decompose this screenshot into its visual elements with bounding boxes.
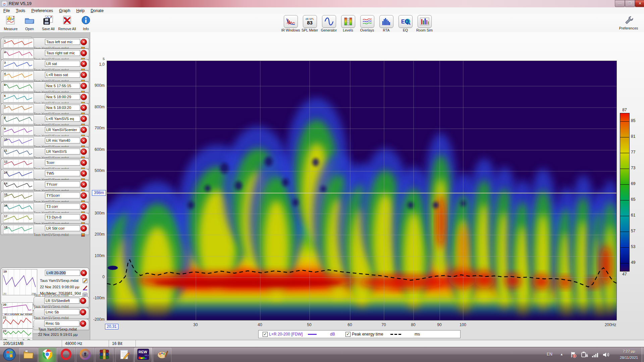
measurement-thumbnail[interactable]: 21 <box>2 315 33 328</box>
measurement-thumbnail[interactable]: 10 <box>3 137 34 146</box>
measurement-name-field[interactable]: LR SVSbedleft <box>44 298 79 304</box>
taskbar-winrar[interactable] <box>95 348 113 362</box>
delete-measurement-button[interactable]: ✕ <box>80 83 87 89</box>
eq-button[interactable]: EQEQ <box>396 15 415 32</box>
volume-icon[interactable] <box>602 351 611 359</box>
measurement-name-field[interactable]: Νοε 5 18:03:20 <box>45 105 80 111</box>
measurement-name-field[interactable]: Taus right sat mic <box>45 50 80 56</box>
tray-expand-icon[interactable]: ▲ <box>560 353 563 356</box>
taskbar-explorer[interactable] <box>19 348 38 362</box>
measurement-name-field[interactable]: L+R YamSVS eq <box>45 116 80 122</box>
measurement-thumbnail[interactable]: 20 <box>2 302 33 314</box>
delete-measurement-button[interactable]: ✕ <box>80 116 87 122</box>
measurement-thumbnail[interactable]: 11 <box>3 148 34 157</box>
delete-measurement-button[interactable]: ✕ <box>80 105 87 111</box>
measurement-name-field[interactable]: LR mic Yam40 <box>45 137 80 143</box>
overlays-button[interactable]: Overlays <box>358 15 377 32</box>
network-icon[interactable] <box>591 351 599 359</box>
delete-measurement-button[interactable]: ✕ <box>80 137 87 144</box>
measurement-thumbnail[interactable]: 5 <box>3 82 34 92</box>
delete-measurement-button[interactable]: ✕ <box>80 270 87 276</box>
delete-measurement-button[interactable]: ✕ <box>80 309 86 315</box>
measurement-name-field[interactable]: Taus left sat mic <box>45 39 80 45</box>
measurement-thumbnail[interactable]: 2 <box>3 50 34 59</box>
minimize-button[interactable]: — <box>615 0 625 7</box>
generator-button[interactable]: Generator <box>319 15 338 32</box>
delete-measurement-button[interactable]: ✕ <box>80 160 87 166</box>
menu-item-file[interactable]: File <box>3 8 10 13</box>
measurement-name-field[interactable]: TYcorr <box>45 181 80 187</box>
measurement-name-field[interactable]: LR Sbl corr <box>45 225 80 231</box>
preferences-button[interactable]: Preferences <box>616 15 641 30</box>
spl-meter-button[interactable]: dB SPL83SPL Meter <box>300 15 319 32</box>
measurement-thumbnail[interactable]: 1920200 <box>2 269 37 295</box>
info-button[interactable]: Info <box>76 15 95 31</box>
delete-measurement-button[interactable]: ✕ <box>80 94 87 100</box>
measurement-thumbnail[interactable]: 6 <box>3 94 34 103</box>
delete-measurement-button[interactable]: ✕ <box>80 148 87 155</box>
measurement-name-field[interactable]: LR sat <box>45 61 80 67</box>
ir-windows-button[interactable]: IR Windows <box>281 15 300 32</box>
levels-button[interactable]: 0369Levels <box>338 15 358 32</box>
measurement-thumbnail[interactable]: 22 <box>2 328 33 339</box>
power-icon[interactable] <box>581 351 588 359</box>
measurement-name-field[interactable]: LR YamSVS <box>45 148 80 155</box>
taskbar-paint[interactable] <box>153 348 171 362</box>
measurement-thumbnail[interactable]: 18 <box>3 225 34 234</box>
delete-measurement-button[interactable]: ✕ <box>80 203 87 210</box>
clock[interactable]: 7:27 μμ 28/11/2021 <box>616 348 641 361</box>
taskbar-chrome[interactable] <box>38 348 56 362</box>
measurement-name-field[interactable]: Νοε 5 18:00:29 <box>45 94 80 100</box>
measurement-thumbnail[interactable]: 1 <box>3 39 34 48</box>
delete-measurement-button[interactable]: ✕ <box>80 50 87 56</box>
menu-item-graph[interactable]: Graph <box>59 8 70 13</box>
delete-measurement-button[interactable]: ✕ <box>80 170 87 177</box>
measurement-name-field[interactable]: LR YamSVScenter <box>45 127 80 133</box>
measurement-name-field[interactable]: TYScorr <box>45 192 80 198</box>
taskbar-secure-browser[interactable] <box>76 348 94 362</box>
delete-measurement-button[interactable]: ✕ <box>80 61 87 67</box>
language-indicator[interactable]: EN <box>547 352 552 357</box>
measurement-thumbnail[interactable]: 17 <box>3 214 34 223</box>
measurement-name-field[interactable]: TW5 <box>45 170 80 176</box>
measurement-thumbnail[interactable]: 7 <box>3 104 34 113</box>
show-desktop-button[interactable] <box>642 347 644 362</box>
measurement-name-field[interactable]: L+R 20-200 <box>45 270 80 276</box>
save-all-button[interactable]: Save All <box>39 15 58 31</box>
measurement-thumbnail[interactable]: 9 <box>3 126 34 135</box>
measurement-thumbnail[interactable]: 12 <box>3 159 34 168</box>
rta-button[interactable]: RTA <box>377 15 396 32</box>
measurement-name-field[interactable]: T3 corr <box>45 203 80 209</box>
delete-measurement-button[interactable]: ✕ <box>80 214 87 221</box>
measurement-thumbnail[interactable]: 8 <box>3 115 34 124</box>
taskbar-opera[interactable] <box>57 348 75 362</box>
action-center-icon[interactable] <box>570 351 577 359</box>
measurement-thumbnail[interactable]: 3 <box>3 60 34 69</box>
room-sim-button[interactable]: Room Sim <box>415 15 434 32</box>
start-button[interactable] <box>3 348 16 362</box>
menu-item-help[interactable]: Help <box>76 8 85 13</box>
maximize-button[interactable]: ❐ <box>625 0 635 7</box>
delete-measurement-button[interactable]: ✕ <box>80 192 87 199</box>
close-button[interactable]: ✕ <box>635 0 644 7</box>
delete-measurement-button[interactable]: ✕ <box>80 320 86 327</box>
measurement-name-field[interactable]: L+R bass sat <box>45 72 80 78</box>
series1-checkbox[interactable]: ✓ <box>263 332 268 337</box>
measurement-name-field[interactable]: Lmic Sb <box>44 309 79 315</box>
measurement-name-field[interactable]: T3 Dyn-8 <box>45 214 80 220</box>
menu-item-preferences[interactable]: Preferences <box>31 8 53 13</box>
menu-item-tools[interactable]: Tools <box>16 8 25 13</box>
taskbar-notepad[interactable] <box>115 348 133 362</box>
trace-colour-icon[interactable] <box>83 285 88 290</box>
measurement-name-field[interactable]: Tcorr <box>45 160 80 166</box>
delete-measurement-button[interactable]: ✕ <box>80 39 87 45</box>
series2-checkbox[interactable]: ✓ <box>345 332 351 337</box>
menu-item-donate[interactable]: Donate <box>91 8 104 13</box>
measurement-thumbnail[interactable]: 15 <box>3 192 34 201</box>
measurement-thumbnail[interactable]: 4 <box>3 71 34 80</box>
delete-measurement-button[interactable]: ✕ <box>80 181 87 188</box>
measure-button[interactable]: Measure <box>1 15 20 31</box>
measurement-thumbnail[interactable]: 16 <box>3 203 34 212</box>
measurement-name-field[interactable]: Rmic Sb <box>44 320 79 326</box>
spectrogram-plot[interactable] <box>107 61 617 320</box>
